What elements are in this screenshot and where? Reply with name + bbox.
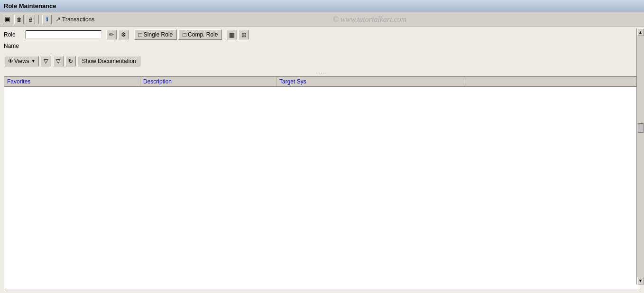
show-documentation-button[interactable]: Show Documentation — [78, 56, 140, 66]
col-header-targetsys: Target Sys — [276, 77, 466, 86]
col-header-extra — [466, 77, 640, 86]
views-label: Views — [14, 58, 29, 64]
role-row: Role ✏ ⚙ □ Single Role □ Comp. Role — [4, 29, 640, 40]
dots-separator: ..... — [4, 69, 640, 74]
grid2-button[interactable]: ⊞ — [239, 30, 249, 39]
show-documentation-label: Show Documentation — [82, 58, 136, 64]
filter2-icon: ▽ — [56, 58, 60, 64]
refresh-icon: ↻ — [68, 58, 73, 64]
content-area: Role ✏ ⚙ □ Single Role □ Comp. Role — [0, 27, 644, 293]
info-icon — [46, 16, 48, 23]
settings-icon: ⚙ — [121, 31, 126, 38]
filter2-button[interactable]: ▽ — [53, 56, 64, 66]
single-role-button[interactable]: □ Single Role — [134, 29, 177, 40]
name-label: Name — [4, 43, 23, 49]
print-icon: 🖨 — [28, 17, 33, 22]
role-label: Role — [4, 31, 23, 38]
transactions-button[interactable]: ↗ Transactions — [54, 15, 96, 23]
title-bar: Role Maintenance — [0, 0, 644, 12]
delete-icon: 🗑 — [17, 17, 22, 22]
comp-role-label: Comp. Role — [188, 31, 218, 38]
transactions-label: Transactions — [62, 16, 94, 23]
single-role-icon: □ — [138, 31, 142, 38]
info-button[interactable] — [42, 15, 52, 24]
views-icon: 👁 — [8, 58, 13, 64]
role-input[interactable] — [26, 30, 101, 39]
main-table: Favorites Description Target Sys — [4, 76, 640, 290]
views-button[interactable]: 👁 Views ▼ — [5, 56, 39, 66]
refresh-button[interactable]: ↻ — [65, 56, 76, 66]
chevron-down-icon: ▼ — [31, 59, 36, 64]
save-button[interactable] — [3, 15, 12, 24]
grid1-button[interactable]: ▦ — [227, 30, 237, 39]
table-header: Favorites Description Target Sys — [4, 77, 640, 87]
comp-role-button[interactable]: □ Comp. Role — [178, 29, 222, 40]
role-actions: ✏ ⚙ □ Single Role □ Comp. Role ▦ — [106, 29, 249, 40]
filter-icon: ▽ — [44, 58, 48, 64]
scroll-up-button[interactable]: ▲ — [637, 28, 644, 36]
filter-button[interactable]: ▽ — [41, 56, 51, 66]
secondary-toolbar: 👁 Views ▼ ▽ ▽ ↻ Show Documentation — [4, 54, 640, 68]
edit-icon: ✏ — [109, 31, 114, 38]
save-icon — [5, 16, 10, 23]
scroll-thumb[interactable] — [638, 123, 644, 133]
single-role-label: Single Role — [144, 31, 173, 38]
col-header-description: Description — [140, 77, 276, 86]
table-body — [4, 87, 640, 288]
grid1-icon: ▦ — [229, 31, 235, 38]
main-window: Role Maintenance 🗑 🖨 ↗ Transactions © ww… — [0, 0, 644, 293]
transactions-arrow-icon: ↗ — [55, 16, 61, 23]
settings-button[interactable]: ⚙ — [118, 30, 129, 39]
col-header-favorites: Favorites — [4, 77, 140, 86]
scroll-down-button[interactable]: ▼ — [637, 277, 644, 284]
main-toolbar: 🗑 🖨 ↗ Transactions © www.tutorialkart.co… — [0, 12, 644, 27]
delete-button[interactable]: 🗑 — [14, 15, 24, 24]
scrollbar[interactable]: ▲ ▼ — [636, 28, 644, 284]
separator-dots: ..... — [316, 69, 328, 74]
watermark-text: © www.tutorialkart.com — [98, 15, 641, 24]
window-title: Role Maintenance — [4, 2, 56, 9]
grid2-icon: ⊞ — [241, 31, 247, 38]
edit-button[interactable]: ✏ — [106, 30, 117, 39]
comp-role-icon: □ — [183, 31, 186, 38]
separator-1 — [38, 15, 39, 24]
name-row: Name — [4, 42, 640, 50]
print-button[interactable]: 🖨 — [26, 15, 35, 24]
